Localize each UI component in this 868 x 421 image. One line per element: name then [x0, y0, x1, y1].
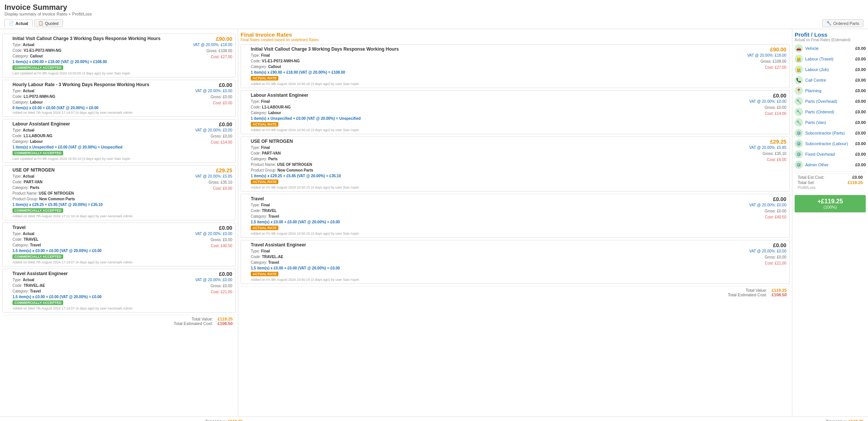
card-title: Travel Assistant Engineer — [12, 271, 189, 276]
pl-icon: 👷 — [795, 65, 803, 74]
profit-big-box: +£119.25 (100%) — [795, 195, 866, 212]
formula-text: 1 item(s) x Unspecified + £0.00 (VAT @ 2… — [251, 116, 743, 121]
price-main: £0.00 — [749, 93, 786, 99]
card-title: Labour Assistant Engineer — [12, 121, 189, 127]
card-title: USE OF NITROGEN — [12, 167, 189, 173]
status-badge: ACTUAL RATE — [251, 122, 278, 127]
price-main: £29.25 — [195, 167, 232, 173]
invoice-card: Travel Type: Actual Code: TRAVEL Categor… — [2, 223, 236, 266]
page-title: Invoice Summary — [5, 3, 863, 12]
timestamp: Last Updated at Fri 9th August 2024 10:5… — [12, 71, 189, 75]
profit-loss-panel: Profit / Loss Actual vs Final Rates (Est… — [792, 29, 868, 416]
invoice-card: Travel Type: Final Code: TRAVEL Category… — [241, 194, 790, 238]
card-title: Travel — [12, 225, 189, 230]
profit-loss-item: 👷 Labour (Job) £0.00 — [795, 65, 866, 74]
profit-loss-item: ⚙️ Subcontractor (Parts) £0.00 — [795, 129, 866, 137]
timestamp: Added on Wed 7th August 2024 17:14:07 (4… — [12, 111, 189, 115]
profit-loss-item: ⚙️ Fixed Overhead £0.00 — [795, 150, 866, 158]
invoice-card: Initial Visit Callout Charge 3 Working D… — [2, 34, 236, 77]
pl-icon: 🔧 — [795, 118, 803, 127]
invoice-card: Initial Visit Callout Charge 3 Working D… — [241, 44, 790, 88]
status-badge: ACTUAL RATE — [251, 76, 278, 80]
parts-icon: 🔧 — [826, 21, 832, 26]
profit-loss-item: 🔧 Parts (Van) £0.00 — [795, 118, 866, 127]
price-main: £0.00 — [195, 121, 232, 127]
profit-panel-title: Profit / Loss — [795, 31, 866, 38]
pl-icon: ⚙️ — [795, 161, 803, 169]
timestamp: Added on Fri 9th August 2024 10:50:15 (3… — [251, 128, 743, 132]
card-title: Hourly Labour Rate - 3 Working Days Resp… — [12, 82, 189, 87]
profit-loss-item: 👷 Labour (Travel) £0.00 — [795, 55, 866, 63]
status-badge: ACTUAL RATE — [251, 226, 278, 230]
profit-loss-item: 📍 Planning £0.00 — [795, 87, 866, 95]
invoice-card: Labour Assistant Engineer Type: Actual C… — [2, 119, 236, 163]
invoice-card: USE OF NITROGEN Type: Actual Code: PART-… — [2, 165, 236, 220]
price-main: £0.00 — [195, 225, 232, 231]
timestamp: Added on Fri 9th August 2024 10:50:15 (3… — [251, 82, 743, 86]
timestamp: Added on Wed 7th August 2024 17:11:10 (4… — [12, 214, 189, 218]
card-title: Travel — [251, 196, 743, 201]
status-badge: COMMERCIALLY ACCEPTED — [12, 65, 63, 70]
pl-icon: 🔧 — [795, 108, 803, 116]
tab-actual[interactable]: 📄 Actual — [5, 19, 33, 27]
pl-icon: 👷 — [795, 55, 803, 63]
quoted-icon: 📋 — [38, 21, 43, 26]
formula-text: 1 item(s) x £90.00 + £18.00 (VAT @ 20.00… — [12, 60, 189, 64]
pl-icon: ⚙️ — [795, 150, 803, 158]
pl-icon: 🚗 — [795, 44, 803, 53]
invoice-card: Travel Assistant Engineer Type: Actual C… — [2, 269, 236, 313]
formula-text: 1 item(s) x Unspecified + £0.00 (VAT @ 2… — [12, 145, 189, 149]
tab-quoted[interactable]: 📋 Quoted — [34, 19, 63, 27]
price-main: £0.00 — [749, 196, 786, 202]
whole-footer: Total Value: £119.25 Total Estimated Cos… — [0, 416, 868, 421]
price-main: £0.00 — [195, 82, 232, 88]
status-badge: ACTUAL RATE — [251, 180, 278, 184]
formula-text: 1 item(s) x £29.25 + £5.85 (VAT @ 20.00%… — [251, 174, 743, 178]
price-main: £90.00 — [747, 46, 786, 53]
profit-loss-item: 🔧 Parts (Overhead) £0.00 — [795, 97, 866, 105]
timestamp: Added on Wed 7th August 2024 17:14:07 (4… — [12, 260, 189, 264]
final-panel-subtitle: Final Rates created based on undefined R… — [241, 38, 790, 42]
ordered-parts-button[interactable]: 🔧 Ordered Parts — [822, 19, 863, 27]
status-badge: COMMERCIALLY ACCEPTED — [12, 254, 63, 259]
formula-text: 1.5 item(s) x £0.00 + £0.00 (VAT @ 20.00… — [251, 266, 743, 270]
page-header: Invoice Summary Display summary of Invoi… — [0, 0, 868, 29]
profit-loss-item: 🚗 Vehicle £0.00 — [795, 44, 866, 53]
final-panel-title: Final Invoice Rates — [241, 31, 790, 38]
status-badge: COMMERCIALLY ACCEPTED — [12, 300, 63, 305]
card-title: Initial Visit Callout Charge 3 Working D… — [251, 46, 743, 52]
timestamp: Added on Fri 9th August 2024 10:50:15 (3… — [251, 232, 743, 235]
profit-loss-item: 📞 Call Centre £0.00 — [795, 76, 866, 84]
formula-text: 1.5 item(s) x £0.00 + £0.00 (VAT @ 20.00… — [12, 295, 189, 299]
price-main: £0.00 — [195, 271, 232, 277]
invoice-card: Hourly Labour Rate - 3 Working Days Resp… — [2, 80, 236, 117]
status-badge: COMMERCIALLY ACCEPTED — [12, 208, 63, 213]
formula-text: 1 item(s) x £90.00 + £18.00 (VAT @ 20.00… — [251, 70, 743, 74]
invoice-card: USE OF NITROGEN Type: Final Code: PART-V… — [241, 136, 790, 192]
card-title: Travel Assistant Engineer — [251, 242, 743, 248]
profit-loss-item: 🔧 Parts (Ordered) £0.00 — [795, 108, 866, 116]
profit-loss-item: ⚙️ Admin Other £0.00 — [795, 161, 866, 169]
profit-loss-item: ⚙️ Subcontractor (Labour) £0.00 — [795, 139, 866, 148]
card-title: Labour Assistant Engineer — [251, 93, 743, 98]
formula-text: 0 item(s) x £0.00 + £0.00 (VAT @ 20.00%)… — [12, 106, 189, 110]
timestamp: Added on Wed 7th August 2024 17:14:07 (4… — [12, 306, 189, 310]
card-title: Initial Visit Callout Charge 3 Working D… — [12, 36, 189, 41]
invoice-card: Travel Assistant Engineer Type: Final Co… — [241, 240, 790, 284]
pl-icon: ⚙️ — [795, 129, 803, 137]
profit-panel-subtitle: Actual vs Final Rates (Estimated) — [795, 38, 866, 42]
page-subtitle: Display summary of Invoice Rates + Profi… — [5, 12, 863, 16]
invoice-card: Labour Assistant Engineer Type: Final Co… — [241, 90, 790, 134]
formula-text: 1.5 item(s) x £0.00 + £0.00 (VAT @ 20.00… — [12, 249, 189, 253]
pl-icon: 🔧 — [795, 97, 803, 105]
final-panel: Final Invoice Rates Final Rates created … — [238, 29, 792, 416]
timestamp: Added on Fri 9th August 2024 10:50:15 (3… — [251, 186, 743, 189]
formula-text: 1 item(s) x £29.25 + £5.85 (VAT @ 20.00%… — [12, 203, 189, 207]
actual-icon: 📄 — [9, 21, 14, 26]
status-badge: COMMERCIALLY ACCEPTED — [12, 151, 63, 155]
actual-panel: Initial Visit Callout Charge 3 Working D… — [0, 29, 238, 416]
price-main: £0.00 — [749, 242, 786, 248]
timestamp: Last Updated at Fri 9th August 2024 10:5… — [12, 157, 189, 161]
formula-text: 1.5 item(s) x £0.00 + £0.00 (VAT @ 20.00… — [251, 220, 743, 224]
timestamp: Added on Fri 9th August 2024 10:50:15 (3… — [251, 278, 743, 282]
